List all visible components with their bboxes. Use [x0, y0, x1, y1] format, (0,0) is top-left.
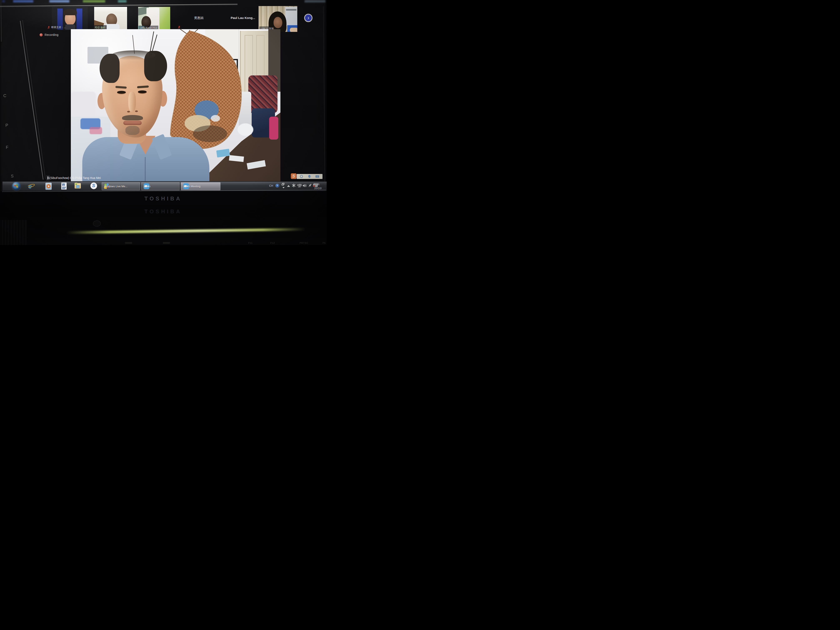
volume-tray-icon[interactable]: [303, 183, 307, 188]
key-smudge: [125, 242, 132, 244]
speaker-name-label: S(SibuFoochow) CS-Philip Tang Hua Mei: [46, 175, 50, 181]
network-tray-icon[interactable]: [297, 183, 302, 188]
media-player-icon[interactable]: [46, 183, 52, 190]
participant-name: 黄惠娟: [177, 16, 221, 20]
word-icon[interactable]: W: [61, 183, 67, 189]
speaker-name-text: S(SibuFoochow) CS-Philip Tang Hua Mei: [47, 176, 101, 180]
keyboard-key-label: F12: [270, 242, 275, 244]
keyboard-key-label: F11: [248, 242, 253, 244]
laptop-photo: 即席主持：... 司仪 扬祥 Liew Kwan Hua 黄惠娟: [0, 0, 327, 245]
taskbar-button-windows-live[interactable]: ✗ Windows Live Me...: [102, 182, 140, 190]
participant-name: Liew Kwan Hua: [140, 27, 157, 29]
active-speaker-video[interactable]: [71, 29, 280, 181]
glare: [94, 7, 127, 12]
folder-icon[interactable]: [74, 183, 81, 189]
tile-name-row: 即席主持：...: [47, 25, 66, 29]
taskbar-button-label: Zoom: [144, 185, 150, 188]
start-button[interactable]: [12, 182, 21, 190]
top-video-sliver: [83, 0, 105, 3]
participant-tile[interactable]: 黄惠娟: [177, 6, 221, 30]
participant-tile[interactable]: 计时员 宜萍: [259, 6, 297, 32]
sogou-taskbar-icon[interactable]: S: [90, 183, 97, 189]
top-video-sliver: [305, 0, 325, 3]
ime-emoji-icon[interactable]: [300, 175, 303, 178]
shoulder: [290, 28, 297, 32]
ime-toolbar[interactable]: 中 °,: [297, 174, 322, 179]
white-shirt: [105, 24, 120, 30]
key-smudge: [163, 242, 170, 244]
help-tray-icon[interactable]: ?: [275, 184, 279, 188]
edge-letter: S: [11, 174, 14, 178]
taskbar-button-zoom[interactable]: Zoom: [141, 182, 180, 190]
tray-time: 9:06: [314, 182, 327, 186]
stage-banner: [76, 8, 82, 30]
participant-tile[interactable]: 司仪 扬祥: [93, 6, 138, 30]
edge-letter: F: [6, 145, 8, 150]
participant-name: 即席主持：...: [51, 25, 66, 29]
edge-letter: C: [3, 93, 6, 98]
recording-label: Recording: [44, 33, 58, 36]
internet-explorer-icon[interactable]: e: [27, 183, 35, 189]
laptop-brand-reflection: TOSHIBA: [0, 208, 327, 215]
participant-name: 司仪 扬祥: [95, 26, 106, 29]
ime-punctuation[interactable]: °,: [309, 175, 311, 178]
hinge-button: [93, 220, 101, 227]
participant-tile[interactable]: Liew Kwan Hua: [138, 6, 183, 30]
top-video-sliver: [49, 0, 69, 3]
muted-mic-icon: [178, 25, 181, 29]
air-conditioner: [286, 9, 297, 11]
ime-keyboard-icon[interactable]: [316, 175, 319, 178]
video-glare: [71, 29, 280, 181]
recording-dot-icon: [39, 33, 43, 36]
show-hidden-icons-button[interactable]: [287, 185, 290, 187]
snowflake-tray-icon[interactable]: [292, 183, 296, 188]
tile-name-row: 司仪 扬祥: [93, 25, 107, 30]
keyboard-key-label: PA: [322, 242, 326, 244]
top-video-sliver: [118, 0, 126, 3]
gallery-next-page-button[interactable]: ›: [304, 14, 313, 22]
language-indicator[interactable]: CH: [269, 184, 273, 187]
windows-flag-icon: [14, 185, 18, 188]
participant-tile[interactable]: 即席主持：...: [47, 6, 93, 30]
taskbar-button-label: Zoom Meeting: [183, 185, 201, 188]
hair: [63, 9, 77, 15]
taskbar-button-zoom-meeting[interactable]: Zoom Meeting: [181, 182, 220, 190]
edge-letter: P: [5, 123, 8, 128]
pushpin-tray-icon[interactable]: [308, 183, 312, 188]
taskbar-button-label: Windows Live Me...: [104, 185, 128, 188]
laptop-brand-logo: TOSHIBA: [0, 196, 327, 202]
tray-dropdown-arrow-icon[interactable]: [283, 187, 284, 188]
side-vent: [0, 220, 27, 245]
muted-mic-icon: [47, 26, 50, 29]
top-video-sliver: [2, 0, 5, 3]
top-video-sliver: [13, 0, 33, 3]
layers-tray-icon[interactable]: [282, 183, 284, 185]
keyboard-key-label: PRTSC: [300, 242, 308, 244]
sogou-logo-icon[interactable]: S: [291, 173, 297, 179]
tray-date: 20/10/: [314, 186, 327, 190]
tray-clock[interactable]: 9:06 20/10/: [314, 182, 327, 190]
